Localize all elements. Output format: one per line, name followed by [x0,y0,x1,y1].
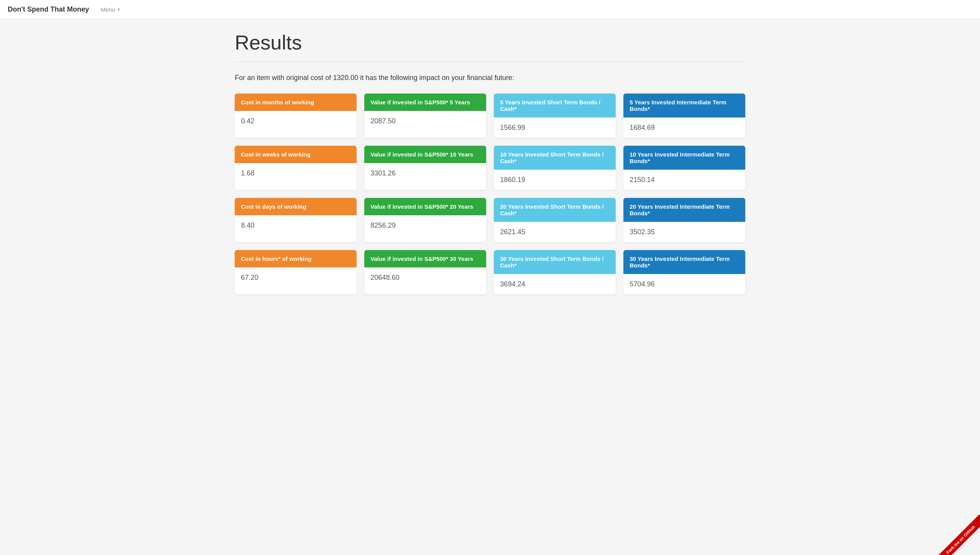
orange-card-header-2: Cost in days of working [235,198,357,215]
dark-blue-card-3: 30 Years Invested Intermediate Term Bond… [623,250,745,295]
light-blue-card-value-3: 3694.24 [494,274,616,295]
dark-blue-card-value-0: 1684.69 [623,117,745,138]
summary-text: For an item with original cost of 1320.0… [235,74,745,82]
green-card-header-3: Value if invested in S&P500* 30 Years [364,250,486,267]
light-blue-card-2: 20 Years Invested Short Term Bonds / Cas… [494,198,616,242]
green-card-header-0: Value if invested in S&P500* 5 Years [364,94,486,111]
dark-blue-card-header-1: 10 Years Invested Intermediate Term Bond… [623,146,745,170]
navbar-brand[interactable]: Don't Spend That Money [8,5,89,14]
orange-card-1: Cost in weeks of working 1.68 [235,146,357,190]
green-card-value-0: 2087.50 [364,111,486,131]
dark-blue-card-header-0: 5 Years Invested Intermediate Term Bonds… [623,94,745,117]
orange-card-header-1: Cost in weeks of working [235,146,357,163]
dark-blue-card-header-2: 20 Years Invested Intermediate Term Bond… [623,198,745,222]
green-card-header-2: Value if invested in S&P500* 20 Years [364,198,486,215]
menu-button[interactable]: Menu ▾ [101,6,120,13]
orange-card-value-1: 1.68 [235,163,357,184]
dark-blue-card-2: 20 Years Invested Intermediate Term Bond… [623,198,745,242]
light-blue-card-3: 30 Years Invested Short Term Bonds / Cas… [494,250,616,295]
dark-blue-card-header-3: 30 Years Invested Intermediate Term Bond… [623,250,745,274]
dark-blue-card-1: 10 Years Invested Intermediate Term Bond… [623,146,745,190]
divider [235,62,745,62]
green-card-2: Value if invested in S&P500* 20 Years 82… [364,198,486,242]
light-blue-card-header-1: 10 Years Invested Short Term Bonds / Cas… [494,146,616,170]
light-blue-card-value-0: 1566.99 [494,117,616,138]
green-card-3: Value if invested in S&P500* 30 Years 20… [364,250,486,295]
menu-label: Menu [101,6,115,13]
page-title: Results [235,31,745,54]
original-cost: 1320.00 [333,74,358,82]
green-card-0: Value if invested in S&P500* 5 Years 208… [364,94,486,138]
green-card-header-1: Value if invested in S&P500* 10 Years [364,146,486,163]
summary-prefix: For an item with original cost of [235,74,331,82]
light-blue-card-1: 10 Years Invested Short Term Bonds / Cas… [494,146,616,190]
dark-blue-card-value-1: 2150.14 [623,170,745,190]
orange-card-0: Cost in months of working 0.42 [235,94,357,138]
light-blue-card-value-1: 1860.19 [494,170,616,190]
orange-card-header-3: Cost in hours* of working [235,250,357,267]
green-card-1: Value if invested in S&P500* 10 Years 33… [364,146,486,190]
orange-card-value-0: 0.42 [235,111,357,131]
navbar: Don't Spend That Money Menu ▾ [0,0,980,19]
light-blue-card-header-3: 30 Years Invested Short Term Bonds / Cas… [494,250,616,274]
orange-card-2: Cost in days of working 8.40 [235,198,357,242]
green-card-value-3: 20648.60 [364,267,486,288]
orange-card-header-0: Cost in months of working [235,94,357,111]
orange-card-3: Cost in hours* of working 67.20 [235,250,357,295]
green-card-value-2: 8256.29 [364,215,486,236]
light-blue-card-0: 5 Years Invested Short Term Bonds / Cash… [494,94,616,138]
results-grid: Cost in months of working 0.42 Value if … [235,94,745,295]
dark-blue-card-0: 5 Years Invested Intermediate Term Bonds… [623,94,745,138]
light-blue-card-header-2: 20 Years Invested Short Term Bonds / Cas… [494,198,616,222]
chevron-down-icon: ▾ [118,7,120,12]
orange-card-value-3: 67.20 [235,267,357,288]
dark-blue-card-value-2: 3502.35 [623,222,745,242]
light-blue-card-header-0: 5 Years Invested Short Term Bonds / Cash… [494,94,616,117]
main-container: Results For an item with original cost o… [219,19,761,306]
dark-blue-card-value-3: 5704.96 [623,274,745,295]
green-card-value-1: 3301.26 [364,163,486,184]
orange-card-value-2: 8.40 [235,215,357,236]
summary-suffix: it has the following impact on your fina… [360,74,514,82]
light-blue-card-value-2: 2621.45 [494,222,616,242]
